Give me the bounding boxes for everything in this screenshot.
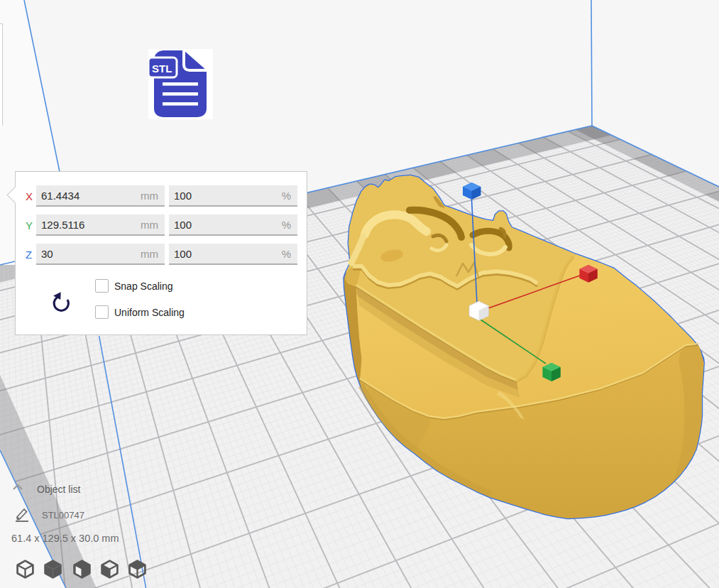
svg-text:STL: STL <box>152 62 172 75</box>
